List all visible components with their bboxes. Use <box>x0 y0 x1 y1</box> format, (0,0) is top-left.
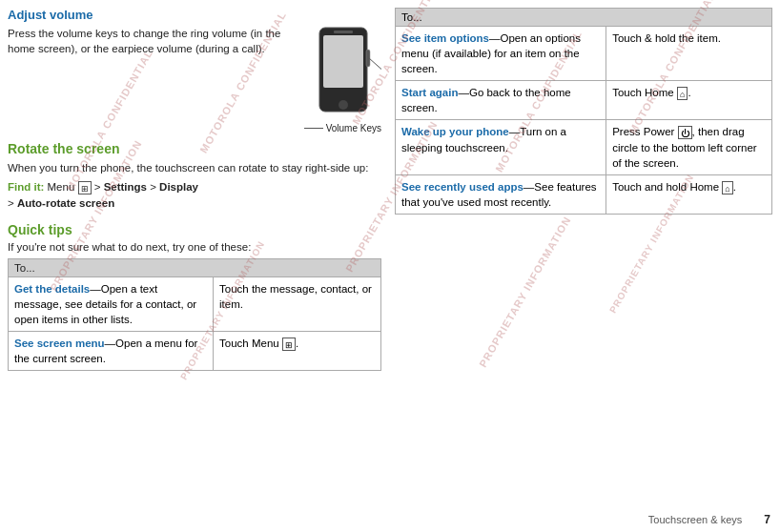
get-details-label: Get the details <box>14 283 90 295</box>
see-item-options-label: See item options <box>401 32 489 44</box>
table-row: See screen menu—Open a menu for the curr… <box>9 331 381 370</box>
page-number: 7 <box>764 513 770 526</box>
right-column: To... See item options—Open an options m… <box>391 0 780 532</box>
svg-line-5 <box>369 58 381 73</box>
quick-tips-intro: If you're not sure what to do next, try … <box>8 241 381 253</box>
right-table-header: To... <box>396 9 772 27</box>
phone-illustration <box>315 26 381 121</box>
phone-image-container: Volume Keys <box>304 26 381 133</box>
right-tips-table: To... See item options—Open an options m… <box>395 8 772 215</box>
svg-rect-2 <box>334 31 353 33</box>
find-it-label: Find it: <box>8 181 44 193</box>
see-item-options-cell: See item options—Open an options menu (i… <box>396 27 606 81</box>
menu-icon-2: ⊞ <box>282 338 296 351</box>
page-container: MOTOROLA CONFIDENTIAL PROPRIETARY INFORM… <box>0 0 780 532</box>
recent-apps-action: Touch and hold Home ⌂. <box>606 174 772 214</box>
screen-menu-action: Touch Menu ⊞. <box>214 331 381 370</box>
volume-section: Press the volume keys to change the ring… <box>8 26 381 133</box>
home-icon-2: ⌂ <box>722 181 732 194</box>
rotate-screen-heading: Rotate the screen <box>8 141 381 156</box>
volume-keys-label: Volume Keys <box>304 123 381 133</box>
find-it-text: Find it: Menu ⊞ > Settings > Display> Au… <box>8 179 381 213</box>
rotate-screen-body: When you turn the phone, the touchscreen… <box>8 160 381 175</box>
right-table-header-row: To... <box>396 9 772 27</box>
screen-menu-label: See screen menu <box>14 338 105 349</box>
start-again-label: Start again <box>401 87 458 98</box>
start-again-cell: Start again—Go back to the home screen. <box>396 81 606 120</box>
quick-tips-table: To... Get the details—Open a text messag… <box>8 258 381 371</box>
table-row: Get the details—Open a text message, see… <box>9 276 381 331</box>
svg-rect-1 <box>323 35 363 88</box>
see-item-options-action: Touch & hold the item. <box>606 27 772 81</box>
quick-tips-heading: Quick tips <box>8 222 381 237</box>
start-again-action: Touch Home ⌂. <box>606 81 772 120</box>
get-details-action: Touch the message, contact, or item. <box>214 276 381 331</box>
home-icon: ⌂ <box>677 87 688 100</box>
recent-apps-cell: See recently used apps—See features that… <box>396 174 606 214</box>
phone-svg <box>315 26 381 121</box>
adjust-volume-heading[interactable]: Adjust volume <box>8 8 381 22</box>
screen-menu-cell: See screen menu—Open a menu for the curr… <box>9 331 214 370</box>
table-header-cell: To... <box>9 258 381 276</box>
footer: Touchscreen & keys 7 <box>648 513 770 526</box>
svg-point-3 <box>339 100 348 110</box>
volume-body-text: Press the volume keys to change the ring… <box>8 26 298 56</box>
table-row: See item options—Open an options menu (i… <box>396 27 772 81</box>
wake-up-action: Press Power ⏻, then drag circle to the b… <box>606 120 772 174</box>
wake-up-label: Wake up your phone <box>401 126 509 137</box>
get-details-cell: Get the details—Open a text message, see… <box>9 276 214 331</box>
left-column: Adjust volume Press the volume keys to c… <box>0 0 391 532</box>
footer-text: Touchscreen & keys <box>648 514 742 525</box>
wake-up-cell: Wake up your phone—Turn on a sleeping to… <box>396 120 606 174</box>
table-row: See recently used apps—See features that… <box>396 174 772 214</box>
power-icon: ⏻ <box>678 126 692 139</box>
table-header-row: To... <box>9 258 381 276</box>
table-row: Wake up your phone—Turn on a sleeping to… <box>396 120 772 174</box>
recent-apps-label: See recently used apps <box>401 181 523 193</box>
find-it-menu: Menu <box>48 181 78 193</box>
menu-icon: ⊞ <box>78 181 92 194</box>
table-row: Start again—Go back to the home screen. … <box>396 81 772 120</box>
